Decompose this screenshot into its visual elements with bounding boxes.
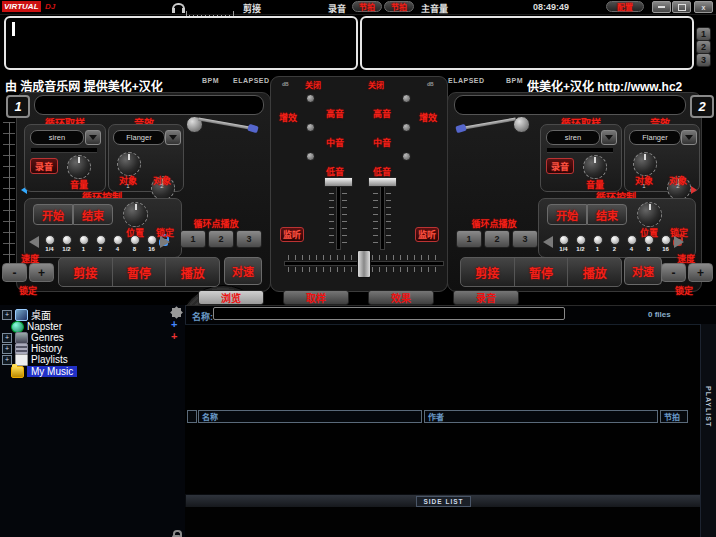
effects-preset-dropdown-left[interactable] [165,130,181,145]
loop-position-knob-right[interactable] [637,202,662,227]
loop-in-button-left[interactable]: 开始 [33,204,73,225]
volume-fader-handle-ch2[interactable] [368,177,397,187]
sampler-volume-knob-right[interactable] [583,155,607,179]
crossfader-handle[interactable] [357,250,371,278]
loop-length-dot[interactable] [130,235,140,245]
sampler-preset-select-right[interactable]: siren [546,130,600,145]
play-button-left[interactable]: 播放 [166,258,219,286]
config-button[interactable]: 配置 [606,1,644,12]
loop-double-button-right[interactable] [674,236,684,248]
loop-length-dot[interactable] [576,235,586,245]
volume-fader-handle-ch1[interactable] [324,177,353,187]
volume-fader-track-ch1[interactable] [336,178,341,250]
maximize-button[interactable] [672,1,691,13]
side-list-area[interactable] [185,507,700,537]
effects-preset-select-right[interactable]: Flanger [629,130,681,145]
close-button[interactable]: x [694,1,713,13]
minimize-button[interactable] [652,1,671,13]
loop-length-dot[interactable] [96,235,106,245]
loop-double-button-left[interactable] [160,236,170,248]
sidebar-item-genres[interactable]: + Genres [2,332,64,343]
column-header-bpm[interactable]: 节拍 [660,410,688,423]
waveform-right[interactable] [360,16,694,70]
loop-length-dot[interactable] [644,235,654,245]
sampler-preset-dropdown-right[interactable] [601,130,617,145]
search-input[interactable] [213,307,565,320]
sidebar-item-history[interactable]: + History [2,343,62,354]
sampler-preset-select-left[interactable]: siren [30,130,84,145]
sidebar-item-napster[interactable]: Napster [11,321,62,332]
loop-length-dot[interactable] [62,235,72,245]
pause-button-left[interactable]: 暂停 [113,258,167,286]
expander-icon[interactable]: + [2,333,12,343]
sampler-record-button-left[interactable]: 录音 [30,158,58,174]
cue1-button-left[interactable]: 1 [180,230,206,248]
volume-fader-track-ch2[interactable] [380,178,385,250]
fx-param1-knob-right[interactable] [633,152,657,176]
wave-zoom-3-button[interactable]: 3 [696,53,711,67]
speed-minus-button-right[interactable]: - [661,263,686,282]
pfl-button-right[interactable]: 监听 [415,227,439,242]
sampler-preset-dropdown-left[interactable] [85,130,101,145]
sync-button-left[interactable]: 对速 [224,257,262,285]
kill-low-ch2[interactable] [402,152,411,161]
column-header-title[interactable]: 名称 [198,410,422,423]
playlist-strip[interactable]: PLAYLIST [700,324,716,537]
cue3-button-left[interactable]: 3 [236,230,262,248]
expander-icon[interactable]: + [2,344,12,354]
expander-icon[interactable]: + [2,310,12,320]
loop-length-dot[interactable] [593,235,603,245]
side-list-button[interactable]: SIDE LIST [416,496,470,507]
sync-button-right[interactable]: 对速 [624,257,662,285]
effects-preset-select-left[interactable]: Flanger [113,130,165,145]
add-red-icon[interactable]: + [171,331,177,342]
wave-zoom-2-button[interactable]: 2 [696,40,711,54]
cue2-button-left[interactable]: 2 [208,230,234,248]
loop-in-button-right[interactable]: 开始 [547,204,587,225]
effects-preset-dropdown-right[interactable] [681,130,697,145]
beat-lock-right-button[interactable]: 节拍 [384,1,414,12]
cue1-button-right[interactable]: 1 [456,230,482,248]
loop-position-knob-left[interactable] [123,202,148,227]
loop-out-button-left[interactable]: 结束 [73,204,113,225]
sidebar-item-desktop[interactable]: + 桌面 [2,309,51,320]
fx-param1-knob-left[interactable] [117,152,141,176]
cue2-button-right[interactable]: 2 [484,230,510,248]
speed-plus-button-left[interactable]: + [29,263,54,282]
tab-sampler[interactable]: 取样 [283,290,349,305]
add-blue-icon[interactable]: + [171,319,177,330]
play-button-right[interactable]: 播放 [568,258,621,286]
waveform-left[interactable] [4,16,358,70]
pause-button-right[interactable]: 暂停 [515,258,569,286]
select-column-header[interactable] [187,410,197,423]
loop-length-dot[interactable] [627,235,637,245]
kill-mid-ch1[interactable] [306,123,315,132]
loop-length-dot[interactable] [147,235,157,245]
loop-half-button-right[interactable] [543,236,553,248]
kill-high-ch2[interactable] [402,94,411,103]
gear-icon[interactable] [172,308,181,317]
sampler-volume-knob-left[interactable] [67,155,91,179]
loop-length-dot[interactable] [610,235,620,245]
loop-length-dot[interactable] [113,235,123,245]
wave-zoom-1-button[interactable]: 1 [696,27,711,41]
cue-button-right[interactable]: 剪接 [461,258,515,286]
cue3-button-right[interactable]: 3 [512,230,538,248]
kill-low-ch1[interactable] [306,152,315,161]
tab-effects[interactable]: 效果 [368,290,434,305]
kill-high-ch1[interactable] [306,94,315,103]
sidebar-item-my-music[interactable]: My Music [11,366,77,377]
loop-length-dot[interactable] [559,235,569,245]
loop-half-button-left[interactable] [29,236,39,248]
cue-button-left[interactable]: 剪接 [59,258,113,286]
kill-mid-ch2[interactable] [402,123,411,132]
loop-length-dot[interactable] [661,235,671,245]
expander-icon[interactable]: + [2,355,12,365]
loop-length-dot[interactable] [45,235,55,245]
pfl-button-left[interactable]: 监听 [280,227,304,242]
column-header-artist[interactable]: 作者 [424,410,658,423]
tab-record[interactable]: 录音 [453,290,519,305]
speed-plus-button-right[interactable]: + [688,263,713,282]
beat-lock-left-button[interactable]: 节拍 [352,1,382,12]
speed-minus-button-left[interactable]: - [2,263,27,282]
